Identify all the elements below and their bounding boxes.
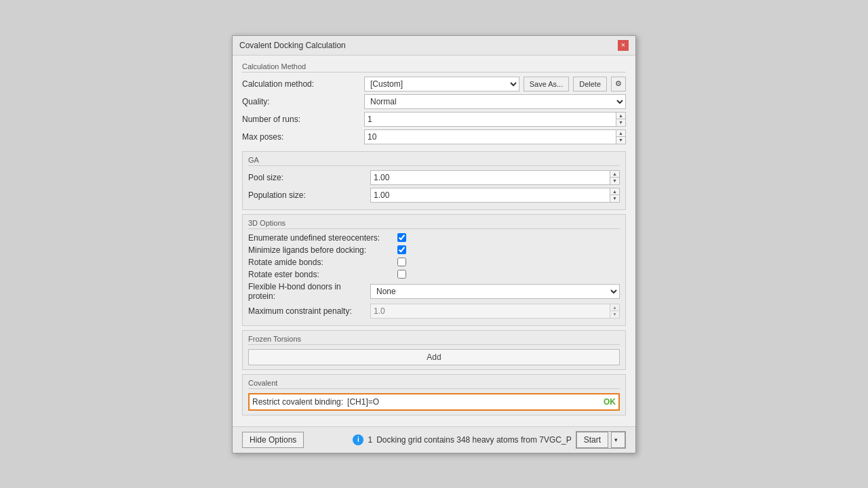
covalent-docking-dialog: Covalent Docking Calculation × Calculati…	[232, 35, 636, 453]
covalent-binding-row: Restrict covalent binding: OK	[248, 393, 620, 411]
frozen-torsions-header: Frozen Torsions	[248, 335, 620, 345]
poolsize-spinbox: ▲ ▼	[370, 170, 620, 185]
delete-button[interactable]: Delete	[573, 77, 607, 92]
covalent-ok-label: OK	[604, 397, 616, 407]
flexible-hbond-row: Flexible H-bond donors in protein: None	[248, 282, 620, 301]
popsize-arrows: ▲ ▼	[610, 188, 619, 202]
start-dropdown-button[interactable]: ▾	[611, 432, 625, 448]
minimize-label: Minimize ligands before docking:	[248, 245, 397, 255]
maxposes-row: Max poses: ▲ ▼	[242, 129, 626, 144]
start-label: Start	[584, 435, 601, 445]
start-button[interactable]: Start	[576, 432, 608, 448]
calculation-method-select[interactable]: [Custom]	[364, 77, 519, 92]
maxposes-spin-down[interactable]: ▼	[616, 137, 625, 144]
flexible-hbond-select[interactable]: None	[370, 284, 620, 299]
calculation-method-section: Calculation Method Calculation method: […	[242, 62, 626, 144]
start-button-group: Start ▾	[576, 431, 626, 449]
minimize-checkbox[interactable]	[397, 245, 406, 254]
dialog-titlebar: Covalent Docking Calculation ×	[233, 36, 635, 56]
quality-control: Normal	[364, 94, 626, 109]
flexible-hbond-label: Flexible H-bond donors in protein:	[248, 282, 370, 301]
ga-header: GA	[248, 156, 620, 166]
poolsize-label: Pool size:	[248, 173, 370, 182]
popsize-row: Population size: ▲ ▼	[248, 188, 620, 203]
maxposes-label: Max poses:	[242, 132, 364, 142]
runs-row: Number of runs: ▲ ▼	[242, 112, 626, 127]
start-dropdown-arrow: ▾	[614, 436, 618, 443]
max-constraint-spin-up[interactable]: ▲	[610, 304, 619, 312]
ga-section: GA Pool size: ▲ ▼ Population size:	[242, 151, 626, 210]
max-constraint-label: Maximum constraint penalty:	[248, 306, 370, 316]
quality-select[interactable]: Normal	[364, 94, 626, 109]
poolsize-row: Pool size: ▲ ▼	[248, 170, 620, 185]
runs-control: ▲ ▼	[364, 112, 626, 127]
save-as-button[interactable]: Save As...	[524, 77, 570, 92]
popsize-label: Population size:	[248, 190, 370, 200]
max-constraint-spinbox: ▲ ▼	[370, 304, 620, 319]
rotate-ester-checkbox[interactable]	[397, 270, 406, 279]
max-constraint-row: Maximum constraint penalty: ▲ ▼	[248, 304, 620, 319]
rotate-amide-label: Rotate amide bonds:	[248, 258, 397, 267]
gear-icon: ⚙	[615, 79, 622, 88]
rotate-amide-checkbox[interactable]	[397, 258, 406, 266]
maxposes-spinbox: ▲ ▼	[364, 129, 626, 144]
poolsize-arrows: ▲ ▼	[610, 171, 619, 184]
rotate-ester-row: Rotate ester bonds:	[248, 270, 620, 279]
enum-stereo-label: Enumerate undefined stereocenters:	[248, 233, 397, 243]
covalent-binding-label: Restrict covalent binding:	[252, 397, 343, 407]
footer-right: i 1 Docking grid contains 348 heavy atom…	[353, 431, 626, 449]
close-button[interactable]: ×	[618, 40, 629, 51]
runs-spin-up[interactable]: ▲	[616, 113, 625, 120]
quality-label: Quality:	[242, 97, 364, 106]
rotate-ester-label: Rotate ester bonds:	[248, 270, 397, 279]
maxposes-spin-up[interactable]: ▲	[616, 130, 625, 138]
maxposes-control: ▲ ▼	[364, 129, 626, 144]
hide-options-button[interactable]: Hide Options	[242, 432, 304, 448]
poolsize-spin-down[interactable]: ▼	[610, 178, 619, 184]
poolsize-spin-up[interactable]: ▲	[610, 171, 619, 178]
popsize-input[interactable]	[371, 188, 610, 202]
runs-spin-down[interactable]: ▼	[616, 119, 625, 126]
runs-input[interactable]	[365, 113, 616, 126]
max-constraint-control: ▲ ▼	[370, 304, 620, 319]
frozen-torsions-section: Frozen Torsions Add	[242, 330, 626, 370]
calculation-method-row: Calculation method: [Custom] Save As... …	[242, 77, 626, 92]
calculation-method-header: Calculation Method	[242, 62, 626, 73]
dialog-title: Covalent Docking Calculation	[239, 41, 346, 50]
add-button[interactable]: Add	[248, 349, 620, 365]
covalent-binding-input[interactable]	[347, 397, 601, 407]
3d-options-header: 3D Options	[248, 219, 620, 229]
maxposes-input[interactable]	[365, 130, 616, 144]
dialog-content: Calculation Method Calculation method: […	[233, 56, 635, 426]
popsize-spin-up[interactable]: ▲	[610, 188, 619, 196]
covalent-section: Covalent Restrict covalent binding: OK	[242, 374, 626, 415]
minimize-row: Minimize ligands before docking:	[248, 245, 620, 255]
poolsize-control: ▲ ▼	[370, 170, 620, 185]
max-constraint-input[interactable]	[371, 304, 610, 318]
popsize-spin-down[interactable]: ▼	[610, 195, 619, 202]
info-icon: i	[353, 434, 363, 445]
3d-options-section: 3D Options Enumerate undefined stereocen…	[242, 214, 626, 326]
info-count: 1	[368, 435, 372, 445]
flexible-hbond-control: None	[370, 284, 620, 299]
calculation-method-control: [Custom] Save As... Delete ⚙	[364, 77, 626, 92]
footer-message: Docking grid contains 348 heavy atoms fr…	[376, 435, 571, 445]
dialog-footer: Hide Options i 1 Docking grid contains 3…	[233, 426, 635, 453]
maxposes-arrows: ▲ ▼	[616, 130, 625, 144]
max-constraint-spin-down[interactable]: ▼	[610, 311, 619, 318]
quality-row: Quality: Normal	[242, 94, 626, 109]
calculation-method-label: Calculation method:	[242, 79, 364, 89]
enum-stereo-row: Enumerate undefined stereocenters:	[248, 233, 620, 243]
poolsize-input[interactable]	[371, 171, 610, 184]
max-constraint-arrows: ▲ ▼	[610, 304, 619, 318]
runs-arrows: ▲ ▼	[616, 113, 625, 126]
covalent-header: Covalent	[248, 379, 620, 389]
enum-stereo-checkbox[interactable]	[397, 233, 406, 242]
gear-button[interactable]: ⚙	[611, 77, 626, 92]
runs-label: Number of runs:	[242, 115, 364, 124]
rotate-amide-row: Rotate amide bonds:	[248, 258, 620, 267]
popsize-control: ▲ ▼	[370, 188, 620, 203]
runs-spinbox: ▲ ▼	[364, 112, 626, 127]
popsize-spinbox: ▲ ▼	[370, 188, 620, 203]
